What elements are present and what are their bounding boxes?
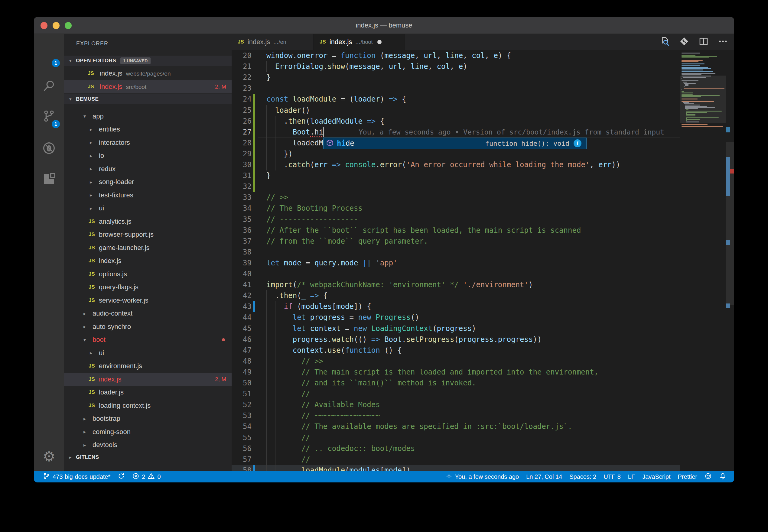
code-line-29[interactable]: 29 }) (232, 148, 680, 160)
status-utf-8[interactable]: UTF-8 (600, 473, 624, 480)
code-line-36[interactable]: 36// After the ``boot`` script has been … (232, 225, 680, 236)
tree-item-entities[interactable]: ▸entities (64, 123, 232, 136)
code-line-49[interactable]: 49 // The main script is then loaded and… (232, 367, 680, 378)
tree-item-redux[interactable]: ▸redux (64, 162, 232, 175)
activity-item-search[interactable] (34, 72, 64, 101)
code-line-52[interactable]: 52 // Available Modes (232, 399, 680, 410)
open-editors-header[interactable]: ▾ OPEN EDITORS 1 UNSAVED (64, 56, 232, 66)
tree-item-auto-synchro[interactable]: ▸auto-synchro (64, 320, 232, 333)
code-line-38[interactable]: 38 (232, 247, 680, 258)
status-lf[interactable]: LF (624, 473, 639, 480)
activity-item-explorer[interactable]: 1 (34, 41, 64, 70)
tree-item-environment-js[interactable]: JSenvironment.js (64, 360, 232, 373)
suggest-widget[interactable]: hide function hide(): void i (323, 138, 587, 149)
code-line-31[interactable]: 31} (232, 170, 680, 181)
minimap[interactable] (680, 50, 726, 471)
code-line-24[interactable]: 24const loadModule = (loader) => { (232, 94, 680, 105)
open-editor-item[interactable]: JSindex.jswebsite/pages/en (64, 67, 232, 80)
code-line-57[interactable]: 57 // (232, 454, 680, 465)
tree-item-index-js[interactable]: JSindex.js2, M (64, 373, 232, 386)
tab-en[interactable]: JS index.js …/en (232, 34, 314, 50)
code-line-21[interactable]: 21 ErrorDialog.show(message, url, line, … (232, 61, 680, 72)
status-spaces-2[interactable]: Spaces: 2 (566, 473, 600, 480)
code-line-41[interactable]: 41import(/* webpackChunkName: 'environme… (232, 279, 680, 290)
status-prettier[interactable]: Prettier (674, 473, 701, 480)
tree-item-app[interactable]: ▾app (64, 110, 232, 123)
activity-item-settings[interactable]: ⚙ (34, 442, 64, 471)
code-line-32[interactable]: 32 (232, 181, 680, 192)
code-line-53[interactable]: 53 // ~~~~~~~~~~~~~~~ (232, 410, 680, 421)
tree-item-interactors[interactable]: ▸interactors (64, 136, 232, 149)
overview-ruler-scrollbar[interactable] (726, 50, 734, 471)
code-line-56[interactable]: 56 // .. codedoc:: boot/modes (232, 443, 680, 454)
activity-item-source-control[interactable]: 1 (34, 102, 64, 131)
tree-item-io[interactable]: ▸io (64, 149, 232, 162)
code-line-30[interactable]: 30 .catch(err => console.error('An error… (232, 159, 680, 170)
title-bar[interactable]: index.js — bemuse (34, 17, 734, 34)
tree-item-analytics-js[interactable]: JSanalytics.js (64, 215, 232, 228)
status-bell[interactable] (715, 472, 730, 481)
code-line-39[interactable]: 39let mode = query.mode || 'app' (232, 258, 680, 269)
tree-item-bootstrap[interactable]: ▸bootstrap (64, 412, 232, 425)
zoom-window-icon[interactable] (65, 22, 72, 29)
project-section-header[interactable]: ▾ BEMUSE (64, 94, 232, 104)
code-line-35[interactable]: 35// ------------------ (232, 214, 680, 225)
tree-item-devtools[interactable]: ▸devtools (64, 439, 232, 452)
code-line-46[interactable]: 46 progress.watch(() => Boot.setProgress… (232, 334, 680, 345)
activity-item-extensions[interactable] (34, 165, 64, 194)
code-line-37[interactable]: 37// from the ``mode`` query parameter. (232, 236, 680, 247)
split-editor-icon[interactable] (698, 36, 709, 48)
tree-item-query-flags-js[interactable]: JSquery-flags.js (64, 281, 232, 294)
status-ln-27-col-14[interactable]: Ln 27, Col 14 (522, 473, 566, 480)
more-actions-icon[interactable] (718, 36, 728, 48)
tree-item-ui[interactable]: ▸ui (64, 202, 232, 215)
tree-item-audio-context[interactable]: ▸audio-context (64, 307, 232, 320)
open-changes-icon[interactable] (679, 36, 689, 48)
tree-item-test-fixtures[interactable]: ▸test-fixtures (64, 189, 232, 202)
code-line-34[interactable]: 34// The Booting Process (232, 203, 680, 214)
code-line-27[interactable]: 27 Boot.hiYou, a few seconds ago • Versi… (232, 127, 680, 138)
code-line-25[interactable]: 25 loader() (232, 105, 680, 116)
code-line-55[interactable]: 55 // (232, 432, 680, 443)
close-window-icon[interactable] (41, 22, 47, 29)
tree-item-ui[interactable]: ▸ui (64, 346, 232, 359)
activity-item-debug[interactable] (34, 134, 64, 163)
tree-item-browser-support-js[interactable]: JSbrowser-support.js (64, 228, 232, 241)
status-javascript[interactable]: JavaScript (639, 473, 674, 480)
code-line-44[interactable]: 44 let progress = new Progress() (232, 312, 680, 323)
status-you-a-few-seconds-ago[interactable]: You, a few seconds ago (442, 472, 523, 481)
tree-item-loader-js[interactable]: JSloader.js (64, 386, 232, 399)
code-line-22[interactable]: 22} (232, 72, 680, 83)
code-line-20[interactable]: 20window.onerror = function (message, ur… (232, 50, 680, 61)
code-line-33[interactable]: 33// >> (232, 192, 680, 203)
code-line-50[interactable]: 50 // and its ``main()`` method is invok… (232, 378, 680, 389)
search-file-icon[interactable] (660, 36, 670, 48)
open-editor-item[interactable]: JSindex.jssrc/boot2, M (64, 80, 232, 93)
tab-boot[interactable]: JS index.js …/boot (314, 34, 405, 50)
code-line-23[interactable]: 23 (232, 83, 680, 94)
code-line-42[interactable]: 42 .then(_ => { (232, 290, 680, 301)
tree-item-song-loader[interactable]: ▸song-loader (64, 176, 232, 189)
gitlens-section-header[interactable]: ▸ GITLENS (64, 452, 232, 462)
code-line-47[interactable]: 47 context.use(function () { (232, 345, 680, 356)
info-icon[interactable]: i (574, 139, 581, 147)
tree-item-boot[interactable]: ▾boot (64, 333, 232, 346)
code-editor[interactable]: 20window.onerror = function (message, ur… (232, 50, 680, 471)
status-problems[interactable]: 2 0 (129, 472, 164, 481)
tree-item-loading-context-js[interactable]: JSloading-context.js (64, 399, 232, 412)
code-line-45[interactable]: 45 let context = new LoadingContext(prog… (232, 323, 680, 334)
minimize-window-icon[interactable] (53, 22, 60, 29)
tree-item-game-launcher-js[interactable]: JSgame-launcher.js (64, 241, 232, 254)
code-line-48[interactable]: 48 // >> (232, 356, 680, 367)
tree-item-coming-soon[interactable]: ▸coming-soon (64, 425, 232, 438)
tree-item-index-js[interactable]: JSindex.js (64, 255, 232, 268)
code-line-40[interactable]: 40 (232, 268, 680, 280)
status-branch[interactable]: 473-big-docs-update* (39, 472, 114, 481)
code-line-58[interactable]: 58 loadModule(modules[mode]) (232, 465, 680, 471)
code-line-54[interactable]: 54 // The available modes are specified … (232, 421, 680, 432)
code-line-51[interactable]: 51 // (232, 388, 680, 400)
tree-item-service-worker-js[interactable]: JSservice-worker.js (64, 294, 232, 307)
status-sync[interactable] (114, 472, 129, 481)
tree-item-options-js[interactable]: JSoptions.js (64, 268, 232, 281)
minimap-slider[interactable] (680, 76, 726, 123)
